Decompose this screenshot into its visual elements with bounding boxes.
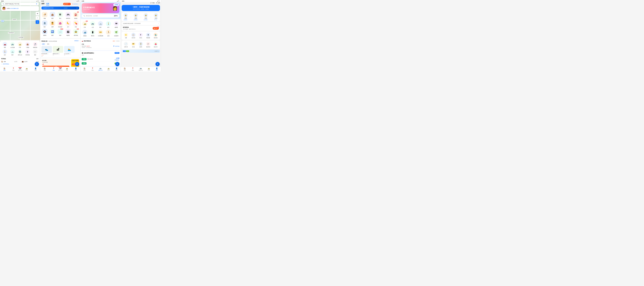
cat-bank[interactable]: 🏦 银行 <box>41 20 48 28</box>
recording-button[interactable]: 🎙 录音语包 <box>25 49 30 56</box>
location-tag[interactable]: 📍 北京利生体... ▾ <box>72 3 79 5</box>
ai-badge-3[interactable]: Ai <box>115 62 120 66</box>
order-pending-use[interactable]: ⏳ 待使用 <box>137 41 144 48</box>
nav-home-1[interactable]: 🏠 首页 <box>0 67 9 71</box>
cat-driver[interactable]: 🚖 赚钱 成为司机 <box>72 28 80 37</box>
voice-star-button[interactable]: 🎵 明星语音 <box>33 42 38 48</box>
nav-home-3[interactable]: 🏠 首页 <box>80 67 88 71</box>
nav-nearby-1[interactable]: 📍 周边 <box>9 67 18 71</box>
tab-beijing[interactable]: 北京 <box>46 3 49 5</box>
promo-banner[interactable]: 打车最高减10元 公交用户专属 👩 大学版 <box>82 3 120 13</box>
service-voicepack[interactable]: 🎙 语音包 <box>137 32 144 39</box>
unlock-banner[interactable]: 点击解锁本地出行灵感 2s后关闭 ✕ <box>42 6 79 9</box>
route-button[interactable]: ⬆ <box>36 20 39 24</box>
bike-button[interactable]: 🚲 骑行 <box>10 49 15 56</box>
transit-train[interactable]: 🎫 火车票机票 <box>97 29 104 37</box>
service-favorite[interactable]: ⭐ 收藏 <box>122 32 130 39</box>
nav-bus-4[interactable]: 🚌 实时公交 <box>137 67 145 71</box>
transit-bike[interactable]: 🚲 骑行 <box>97 20 104 29</box>
voice-card[interactable]: 👩 点我说 去北京温榆河公园 <box>1 6 39 11</box>
metro-line-2[interactable]: 8号线 即将到达 <box>82 62 120 65</box>
transit-bus[interactable]: 🚌 公交 <box>89 20 96 29</box>
cat-massage[interactable]: 💆 按摩 <box>48 20 56 28</box>
realtime-bus-button[interactable]: 🚍 实时公交 <box>18 49 22 56</box>
ai-badge-1[interactable]: Ai <box>35 62 39 66</box>
transit-walk[interactable]: 🚶 步行 <box>105 20 112 29</box>
transit-button[interactable]: 🚌 公共交通 <box>10 42 15 48</box>
map-search-bar[interactable]: 🔍 本周不可错过的人气打卡地 🎙 <box>1 2 39 5</box>
nav-nearby-4[interactable]: 📍 周边 <box>129 67 137 71</box>
walk-button[interactable]: 🚶 步行 <box>3 49 7 56</box>
nav-mine-4[interactable]: 👤 我的 <box>153 67 161 71</box>
transit-green[interactable]: 🌿 绿动星球 <box>112 29 120 37</box>
cat-leisure[interactable]: 🎮 休闲玩乐 <box>64 11 72 20</box>
car-option-1[interactable]: 打车 低价特惠 立减5元 不想等车，打车更快到达 2 分钟·到达 <box>82 43 120 49</box>
transit-search[interactable]: 🔍 查找目的地、公交地铁 23°C <box>82 14 120 17</box>
ai-badge-4[interactable]: Ai <box>156 62 160 66</box>
mic-icon[interactable]: 🎙 <box>36 3 38 5</box>
cat-sight[interactable]: 🏛 景点 <box>56 11 64 20</box>
nav-bus-1-wrap[interactable]: 🚌 实时公交 图必过 <box>18 67 22 71</box>
footprint-link[interactable]: › <box>158 23 159 24</box>
transit-code[interactable]: 📱 乘车码 <box>89 29 96 37</box>
shop-arena[interactable]: 🏊 arena(北京利...) F2 <box>64 46 74 57</box>
order-wallet[interactable]: 👛 钱包卡券 <box>152 41 159 48</box>
cat-hotel[interactable]: 🏨 酒店 <box>48 11 56 20</box>
add-address-button[interactable]: ＋ 添加常用地址 › <box>1 63 39 65</box>
shop-more-button[interactable]: 查看更多 › <box>74 40 79 41</box>
nav-nearby-3[interactable]: 📍 周边 <box>88 67 96 71</box>
common-address-settings[interactable]: 设置 › <box>36 58 39 60</box>
taxi-button[interactable]: 🚕 打车 <box>18 42 22 48</box>
nav-taxi-3[interactable]: 🚕 打车 <box>104 67 112 71</box>
cat-toilet[interactable]: 🚻 厕所 <box>48 28 56 37</box>
shop-tab-shopping[interactable]: 购物 <box>46 43 50 45</box>
coupon-button[interactable]: 🎟 抢神券 1 <box>63 3 71 5</box>
cat-cheaphotel[interactable]: 🏩 特价酒店 <box>56 20 64 28</box>
cat-bath[interactable]: 🛁 减12元 洗浴 <box>56 28 64 37</box>
transit-taxi[interactable]: 🚕 特惠 打车 <box>81 20 89 29</box>
footprint-row[interactable]: 点击解锁专属足迹地图，记录你的旅程 › <box>122 22 160 25</box>
achievement-distance[interactable]: 🔒 待解锁 出行里程 › <box>144 13 148 20</box>
cat-metro[interactable]: 🚇 地铁站 <box>41 28 48 37</box>
metro-line-1[interactable]: 8号线 开往 朱辛庄 2分钟 下辆9分钟 <box>82 57 120 62</box>
transit-metromap[interactable]: 🗺 地铁图 <box>112 20 120 29</box>
feedback-button[interactable]: ↩ <box>36 16 39 20</box>
nav-mine-1[interactable]: 👤 我的 <box>31 67 40 71</box>
order-refund[interactable]: ↩ 退款/取消 <box>144 41 152 48</box>
order-pending-pay[interactable]: 💳 待付款 <box>130 41 137 48</box>
nav-taxi-4[interactable]: 🚕 打车 <box>145 67 153 71</box>
nav-bus-2-wrap[interactable]: 🚌 实时公交 图必过 <box>58 67 62 71</box>
hotel-button[interactable]: 🏨 订酒店 <box>25 42 30 48</box>
message-button[interactable]: 💬 消息 <box>150 2 154 4</box>
shop-tab-all[interactable]: 全部 <box>42 43 45 45</box>
nav-mine-2[interactable]: 👤 我的 <box>72 67 80 71</box>
service-history[interactable]: 📋 历史行程 <box>130 32 137 39</box>
map-3d-badge[interactable]: 3D <box>1 20 4 22</box>
home-address-row[interactable]: 🏠 回家 去设置 💼 去公司 去设置 <box>1 60 39 63</box>
close-banner-button[interactable]: ✕ <box>76 7 78 9</box>
nav-home-4[interactable]: 🏠 首页 <box>121 67 129 71</box>
nav-taxi-2[interactable]: 🚕 打车 <box>62 67 72 71</box>
nav-nearby-2[interactable]: 📍 周边 <box>49 67 58 71</box>
drive-button[interactable]: 🚗 驾车 <box>3 42 7 48</box>
tab-recommend[interactable]: 推荐 <box>42 3 44 5</box>
cat-gas[interactable]: ⛽ 5折 加油站 <box>72 11 80 20</box>
nav-home-2[interactable]: 🏠 首页 <box>40 67 49 71</box>
cat-cinema[interactable]: 🎬 电影院 <box>64 28 72 37</box>
service-offline[interactable]: ⬇ 离线地图 <box>144 32 152 39</box>
nav-bus-3[interactable]: 🚌 实时公交 <box>96 67 105 71</box>
transit-sport[interactable]: 🏃 运动 <box>105 29 112 37</box>
nav-taxi-1[interactable]: 🚕 打车 <box>22 67 31 71</box>
achievement-checkin[interactable]: 🔒 待解锁 打卡点 › <box>154 13 158 20</box>
service-shop[interactable]: 🏪 我的店铺 <box>152 32 159 39</box>
settings-button[interactable]: ⚙ 设置 <box>156 2 160 4</box>
order-all[interactable]: 📄 全部订单 <box>122 41 130 48</box>
shop-pathfinder[interactable]: 🏕 探路者(北京利...) F3 <box>53 46 63 57</box>
nav-mine-3[interactable]: 👤 我的 <box>112 67 120 71</box>
voice-link[interactable]: 去北京温榆河公园 <box>10 8 18 9</box>
login-card[interactable]: 一键登录，为地图共建做贡献 登录后可领取奖励，使用越多、奖励越多 <box>122 5 160 11</box>
shop-lining[interactable]: 👟 李宁(利生体育...) 3.7分 F2 <box>42 46 52 57</box>
layers-button[interactable]: 🗺 <box>36 12 39 15</box>
ai-badge-2[interactable]: Ai <box>75 62 79 66</box>
cat-footmassage[interactable]: 🦶 足疗 <box>64 20 72 28</box>
